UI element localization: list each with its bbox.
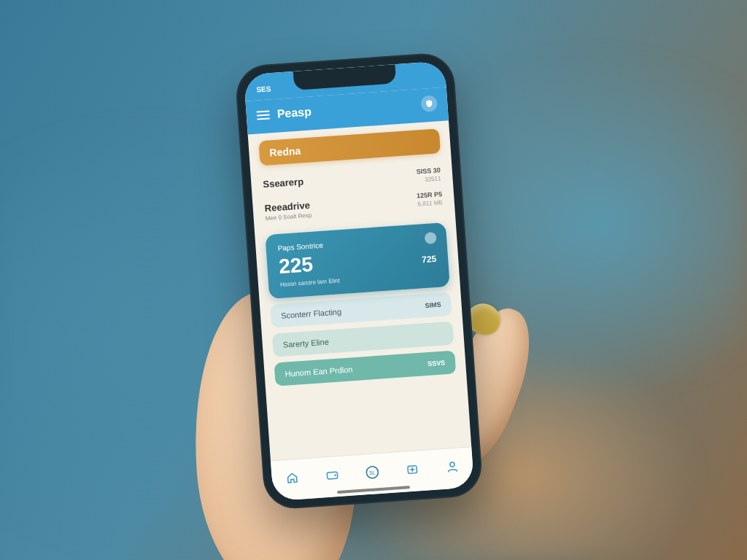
shield-icon[interactable] — [421, 95, 438, 112]
pill-tag: SSVS — [427, 359, 446, 368]
balance-card[interactable]: Paps Sontrice 225 725 Hsssn sarctre lam … — [265, 222, 450, 299]
pill-tag: SIMS — [425, 301, 441, 310]
pill-label: Sarerty Eline — [282, 337, 329, 349]
row-value-primary: 125R P5 — [417, 190, 443, 199]
svg-text:SL: SL — [369, 470, 376, 475]
row-subtitle: Mee 0 Soalt Resp — [265, 212, 311, 222]
tab-home[interactable] — [280, 466, 303, 489]
balance-label: Paps Sontrice — [277, 241, 323, 252]
phone-frame: SES Peasp Redna Ssearerp — [234, 52, 484, 510]
app-title: Peasp — [276, 98, 414, 121]
tab-add[interactable] — [400, 457, 424, 481]
menu-icon[interactable] — [256, 110, 270, 120]
row-value-secondary: 32511 — [417, 175, 441, 183]
pill-label: Sconterr Flacting — [281, 307, 342, 320]
pill-label: Hunom Ean Prdlon — [285, 365, 353, 378]
action-pill[interactable]: Hunom Ean Prdlon SSVS — [274, 350, 457, 386]
summary-list: Ssearerp SISS 30 32511 Reeadrive Mee 0 S… — [250, 158, 455, 230]
balance-secondary: 725 — [422, 254, 437, 265]
tab-wallet[interactable] — [320, 463, 344, 486]
tab-profile[interactable] — [441, 455, 464, 478]
row-title: Reeadrive — [264, 200, 311, 214]
banner-label: Redna — [269, 145, 301, 159]
phone-in-hand-scene: SES Peasp Redna Ssearerp — [234, 52, 484, 510]
phone-screen: SES Peasp Redna Ssearerp — [244, 61, 474, 501]
row-value-secondary: 6.811 ME — [417, 199, 444, 207]
row-value-primary: SISS 30 — [416, 166, 441, 175]
home-indicator — [337, 486, 410, 494]
card-dot-icon — [425, 232, 437, 244]
svg-point-5 — [450, 462, 454, 466]
svg-point-1 — [334, 474, 336, 476]
tab-bar: SL — [271, 446, 474, 501]
status-left: SES — [256, 85, 271, 93]
row-title: Ssearerp — [263, 176, 304, 190]
tab-card[interactable]: SL — [360, 460, 384, 483]
